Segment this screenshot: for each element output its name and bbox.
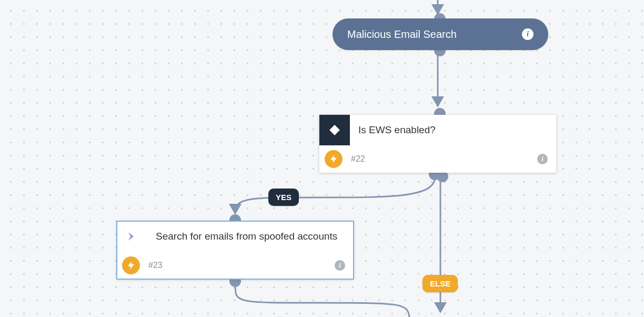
bolt-icon: [122, 256, 140, 274]
chevron-icon: [117, 221, 147, 252]
info-icon[interactable]: i: [522, 28, 534, 40]
node-title: Search for emails from spoofed accounts: [147, 230, 337, 243]
branch-badge-yes: YES: [268, 189, 299, 206]
info-icon[interactable]: i: [537, 154, 548, 164]
diamond-icon: [319, 115, 350, 145]
svg-rect-0: [329, 125, 340, 135]
action-node[interactable]: Search for emails from spoofed accounts …: [117, 221, 354, 279]
section-header-node[interactable]: Malicious Email Search i: [333, 18, 548, 50]
decision-node[interactable]: Is EWS enabled? #22 i: [319, 115, 556, 173]
info-icon[interactable]: i: [335, 260, 345, 271]
branch-label: ELSE: [430, 279, 450, 288]
node-title: Is EWS enabled?: [350, 123, 436, 137]
branch-label: YES: [276, 193, 291, 202]
branch-badge-else: ELSE: [422, 275, 458, 292]
node-id: #22: [351, 154, 365, 164]
bolt-icon: [325, 150, 343, 168]
node-id: #23: [148, 261, 163, 270]
section-title: Malicious Email Search: [347, 28, 457, 41]
